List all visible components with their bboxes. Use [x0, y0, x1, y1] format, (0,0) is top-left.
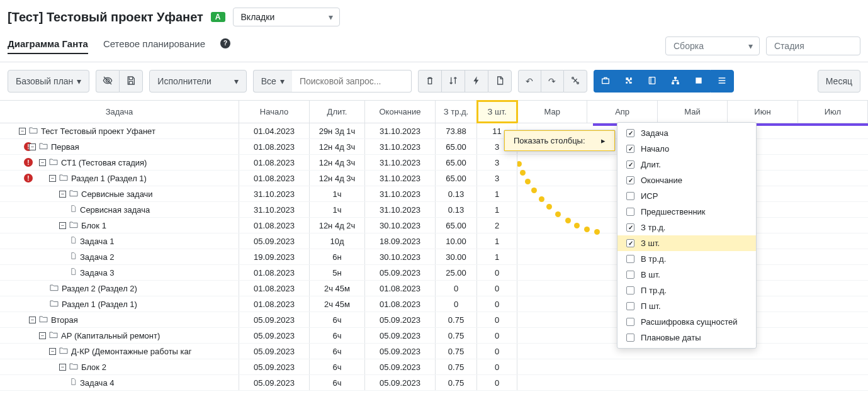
- stage-label: Стадия: [774, 41, 804, 51]
- column-toggle-item[interactable]: Задача: [617, 125, 756, 141]
- column-toggle-item[interactable]: Плановые даты: [617, 330, 756, 345]
- column-toggle-item[interactable]: В шт.: [617, 267, 756, 283]
- column-toggle-item[interactable]: П шт.: [617, 298, 756, 314]
- column-toggle-item[interactable]: Начало: [617, 141, 756, 157]
- table-row[interactable]: Задача 219.09.20236н30.10.202330.001: [0, 249, 517, 265]
- col-start[interactable]: Начало: [239, 101, 310, 123]
- table-row[interactable]: Задача 301.08.20235н05.09.202325.000: [0, 265, 517, 281]
- col-task[interactable]: Задача: [0, 101, 239, 123]
- task-cell: −Тест Тестовый проект Уфанет: [0, 123, 239, 138]
- baseline-button[interactable]: Базовый план ▾: [8, 70, 89, 93]
- column-toggle-item[interactable]: З тр.д.: [617, 220, 756, 235]
- col-duration[interactable]: Длит.: [310, 101, 365, 123]
- table-row[interactable]: Задача 405.09.20236ч05.09.20230.750: [0, 375, 517, 391]
- delete-button[interactable]: [418, 70, 441, 93]
- tab-gantt[interactable]: Диаграмма Ганта: [8, 38, 88, 54]
- table-row[interactable]: −Блок 205.09.20236ч05.09.20230.750: [0, 359, 517, 375]
- bolt-button[interactable]: [465, 70, 488, 93]
- unlink-button[interactable]: [563, 70, 587, 93]
- expand-icon[interactable]: −: [19, 128, 26, 135]
- cell-trd: 65.00: [436, 155, 477, 170]
- table-row[interactable]: −Д-КР (Демонтажные работы каг05.09.20236…: [0, 344, 517, 359]
- col-trd[interactable]: З тр.д.: [436, 101, 477, 123]
- expand-icon[interactable]: −: [39, 159, 46, 166]
- view2-button[interactable]: [617, 70, 640, 93]
- sort-button[interactable]: [441, 70, 465, 93]
- assembly-select[interactable]: Сборка: [665, 36, 760, 55]
- cell-end: 05.09.2023: [365, 328, 436, 343]
- task-cell: Сервисная задача: [0, 202, 239, 217]
- cell-start: 19.09.2023: [239, 249, 310, 264]
- expand-icon[interactable]: −: [49, 175, 56, 182]
- expand-icon[interactable]: −: [29, 317, 36, 323]
- table-row[interactable]: Задача 105.09.202310д18.09.202310.001: [0, 233, 517, 249]
- table-row[interactable]: −Блок 101.08.202312н 4д 2ч30.10.202365.0…: [0, 218, 517, 233]
- cell-dur: 6ч: [310, 344, 365, 359]
- expand-icon[interactable]: −: [59, 191, 66, 198]
- folder-icon: [69, 361, 79, 373]
- col-sht[interactable]: З шт.: [477, 101, 517, 123]
- filter-all-button[interactable]: Все ▾: [253, 70, 292, 93]
- view4-button[interactable]: [663, 70, 687, 93]
- column-toggle-item[interactable]: Предшественник: [617, 204, 756, 220]
- column-toggle-item[interactable]: П тр.д.: [617, 283, 756, 298]
- expand-icon[interactable]: −: [39, 332, 46, 339]
- column-item-label: Расшифровка сущностей: [641, 317, 737, 327]
- cell-start: 31.10.2023: [239, 202, 310, 217]
- table-row[interactable]: −Тест Тестовый проект Уфанет01.04.202329…: [0, 123, 517, 139]
- help-icon[interactable]: ?: [220, 38, 230, 48]
- view6-button[interactable]: [710, 70, 734, 93]
- save-button[interactable]: [119, 70, 143, 93]
- context-menu-header[interactable]: Показать столбцы: ▸: [504, 130, 615, 151]
- expand-icon[interactable]: −: [49, 348, 56, 355]
- tab-network[interactable]: Сетевое планирование: [103, 38, 205, 54]
- redo-button[interactable]: ↷: [541, 70, 563, 93]
- cell-trd: 0.75: [436, 328, 477, 343]
- stage-select[interactable]: Стадия: [766, 36, 860, 55]
- svg-point-2: [577, 82, 579, 84]
- table-row[interactable]: !−Раздел 1 (Раздел 1)01.08.202312н 4д 3ч…: [0, 171, 517, 186]
- table-row[interactable]: !−СТ1 (Тестовая стадия)01.08.202312н 4д …: [0, 155, 517, 171]
- column-toggle-item[interactable]: В тр.д.: [617, 251, 756, 267]
- table-row[interactable]: −Сервисные задачи31.10.20231ч31.10.20230…: [0, 186, 517, 202]
- column-toggle-item[interactable]: Длит.: [617, 157, 756, 172]
- table-row[interactable]: −АР (Капитальный ремонт)05.09.20236ч05.0…: [0, 328, 517, 344]
- cell-trd: 65.00: [436, 218, 477, 233]
- view5-button[interactable]: [687, 70, 710, 93]
- cell-end: 31.10.2023: [365, 123, 436, 138]
- undo-button[interactable]: ↶: [518, 70, 541, 93]
- expand-icon[interactable]: −: [29, 143, 36, 150]
- column-toggle-item[interactable]: ИСР: [617, 188, 756, 204]
- col-end[interactable]: Окончание: [365, 101, 436, 123]
- cell-dur: 10д: [310, 233, 365, 249]
- table-row[interactable]: !−Первая01.08.202312н 4д 3ч31.10.202365.…: [0, 139, 517, 155]
- search-input[interactable]: [292, 70, 412, 93]
- table-row[interactable]: Сервисная задача31.10.20231ч31.10.20230.…: [0, 202, 517, 218]
- column-toggle-item[interactable]: З шт.: [617, 235, 756, 251]
- view1-button[interactable]: [594, 70, 617, 93]
- table-row[interactable]: Раздел 1 (Раздел 1)01.08.20232ч 45м01.08…: [0, 296, 517, 312]
- cell-end: 31.10.2023: [365, 155, 436, 170]
- hide-button[interactable]: [96, 70, 119, 93]
- cell-end: 31.10.2023: [365, 202, 436, 217]
- tabs-select[interactable]: Вкладки: [233, 8, 340, 26]
- folder-icon: [38, 314, 48, 326]
- column-toggle-item[interactable]: Расшифровка сущностей: [617, 314, 756, 330]
- view3-button[interactable]: [640, 70, 663, 93]
- checkbox-icon: [626, 255, 634, 263]
- column-toggle-item[interactable]: Окончание: [617, 172, 756, 188]
- month-button[interactable]: Месяц: [818, 70, 860, 93]
- cell-dur: 1ч: [310, 202, 365, 217]
- table-row[interactable]: −Вторая05.09.20236ч05.09.20230.750: [0, 312, 517, 328]
- expand-icon[interactable]: −: [59, 364, 66, 371]
- bolt-icon: [471, 76, 482, 87]
- doc-button[interactable]: [488, 70, 512, 93]
- task-cell: −Блок 2: [0, 359, 239, 374]
- cell-sht: 1: [477, 249, 517, 264]
- task-cell: Задача 2: [0, 249, 239, 264]
- context-menu-trigger: Показать столбцы: ▸: [504, 130, 616, 152]
- cell-start: 01.04.2023: [239, 123, 310, 138]
- table-row[interactable]: Раздел 2 (Раздел 2)01.08.20232ч 45м01.08…: [0, 281, 517, 296]
- executors-button[interactable]: Исполнители ▾: [149, 70, 246, 93]
- expand-icon[interactable]: −: [59, 222, 66, 229]
